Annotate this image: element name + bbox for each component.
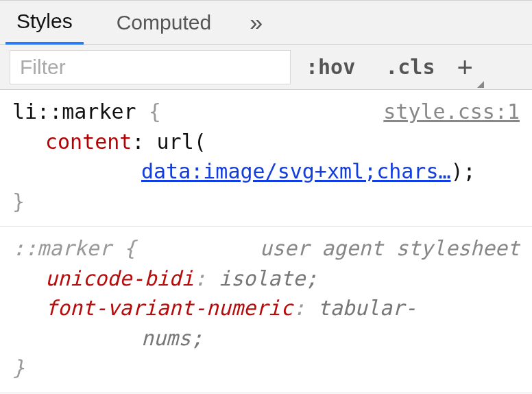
styles-toolbar: :hov .cls + xyxy=(0,45,532,90)
hov-toggle[interactable]: :hov xyxy=(291,55,370,79)
css-property: font-variant-numeric xyxy=(45,296,293,320)
css-declaration: font-variant-numeric: tabular- nums; xyxy=(12,293,520,353)
css-declaration[interactable]: content: url( data:image/svg+xml;chars…)… xyxy=(12,127,520,187)
new-rule-button[interactable]: + xyxy=(450,54,485,81)
css-value-wrap: nums; xyxy=(45,323,203,354)
url-link[interactable]: data:image/svg+xml;chars… xyxy=(45,157,451,187)
css-value: url( xyxy=(157,130,206,154)
css-rule-ua: ::marker { user agent stylesheet unicode… xyxy=(0,227,532,393)
css-property: unicode-bidi xyxy=(45,266,194,290)
close-brace: } xyxy=(12,353,520,383)
rule-source-ua: user agent stylesheet xyxy=(260,233,520,264)
rule-selector[interactable]: li::marker xyxy=(12,100,136,124)
tab-styles[interactable]: Styles xyxy=(5,1,84,45)
tab-computed[interactable]: Computed xyxy=(106,1,222,44)
rule-source-link[interactable]: style.css:1 xyxy=(383,97,520,127)
cls-toggle[interactable]: .cls xyxy=(370,55,450,79)
styles-panel-tabbar: Styles Computed » xyxy=(0,1,532,45)
filter-input[interactable] xyxy=(10,50,291,84)
tab-overflow[interactable]: » xyxy=(244,9,268,36)
css-rule: li::marker { style.css:1 content: url( d… xyxy=(0,90,532,227)
rule-selector: ::marker xyxy=(12,236,112,260)
css-declaration: unicode-bidi: isolate; xyxy=(12,264,520,294)
css-property: content xyxy=(45,130,132,154)
close-brace: } xyxy=(12,187,520,217)
